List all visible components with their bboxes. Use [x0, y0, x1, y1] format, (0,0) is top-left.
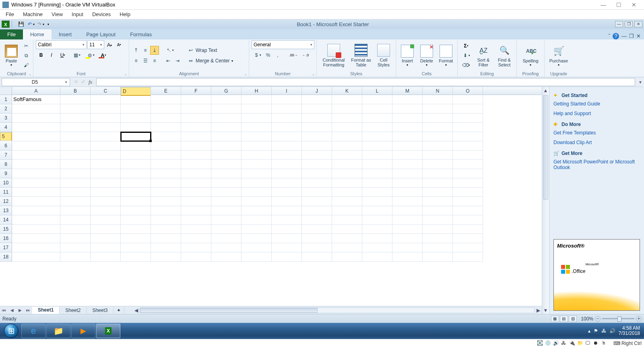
- cell-A4[interactable]: [12, 123, 60, 132]
- cell-H8[interactable]: [242, 160, 272, 169]
- italic-button[interactable]: I: [46, 51, 57, 60]
- cell-G9[interactable]: [211, 169, 242, 178]
- cell-E5[interactable]: [151, 132, 181, 141]
- cell-E10[interactable]: [151, 178, 181, 188]
- vbox-minimize-button[interactable]: —: [596, 2, 611, 8]
- excel-close-button[interactable]: ✕: [634, 21, 642, 27]
- cell-C4[interactable]: [91, 123, 121, 132]
- vbox-recording-icon[interactable]: ⏺: [593, 340, 600, 347]
- cell-J5[interactable]: [302, 132, 332, 141]
- cell-I18[interactable]: [272, 252, 302, 262]
- clear-button[interactable]: ⌫▾: [460, 61, 472, 70]
- cell-B16[interactable]: [60, 234, 91, 243]
- cell-L15[interactable]: [362, 225, 392, 234]
- cell-G3[interactable]: [211, 114, 242, 123]
- qat-customize-button[interactable]: ▾: [46, 21, 51, 28]
- sheet-nav-first[interactable]: ⏮: [0, 308, 8, 312]
- workbook-minimize-button[interactable]: —: [621, 33, 627, 39]
- cell-A17[interactable]: [12, 243, 60, 252]
- cell-B14[interactable]: [60, 215, 91, 225]
- number-format-select[interactable]: General▾: [252, 40, 314, 49]
- cell-O17[interactable]: [453, 243, 483, 252]
- insert-cells-button[interactable]: Insert▾: [398, 41, 416, 70]
- column-header-K[interactable]: K: [332, 87, 362, 95]
- decrease-decimal-button[interactable]: ←.0: [300, 51, 311, 60]
- column-header-H[interactable]: H: [242, 87, 272, 95]
- cell-O5[interactable]: [453, 132, 483, 141]
- conditional-formatting-button[interactable]: Conditional Formatting: [319, 41, 348, 70]
- cell-O1[interactable]: [453, 95, 483, 104]
- vbox-mouse-icon[interactable]: 🖱: [601, 340, 608, 347]
- column-header-G[interactable]: G: [211, 87, 242, 95]
- vbox-menu-file[interactable]: File: [2, 10, 18, 18]
- cell-E1[interactable]: [151, 95, 181, 104]
- cell-C1[interactable]: [91, 95, 121, 104]
- taskbar-explorer-button[interactable]: 📁: [46, 324, 70, 338]
- cell-H10[interactable]: [242, 178, 272, 188]
- cell-O7[interactable]: [453, 151, 483, 160]
- cell-J13[interactable]: [302, 206, 332, 215]
- cell-C15[interactable]: [91, 225, 121, 234]
- cell-E4[interactable]: [151, 123, 181, 132]
- cell-C13[interactable]: [91, 206, 121, 215]
- cell-L5[interactable]: [362, 132, 392, 141]
- increase-indent-button[interactable]: ⇥: [173, 56, 182, 65]
- cell-N1[interactable]: [423, 95, 453, 104]
- cell-N12[interactable]: [423, 197, 453, 206]
- comma-style-button[interactable]: ,: [273, 51, 282, 60]
- vscroll-up[interactable]: ▲: [542, 87, 549, 94]
- office-ad[interactable]: Microsoft® .OfficeMicrosoft®: [553, 239, 640, 311]
- cell-G6[interactable]: [211, 141, 242, 151]
- column-header-E[interactable]: E: [151, 87, 181, 95]
- cell-G17[interactable]: [211, 243, 242, 252]
- cell-M1[interactable]: [392, 95, 423, 104]
- cell-E9[interactable]: [151, 169, 181, 178]
- cell-C5[interactable]: [91, 132, 121, 141]
- sheet-nav-next[interactable]: ▶: [16, 308, 24, 312]
- sheet-tab-1[interactable]: Sheet1: [32, 307, 60, 314]
- align-left-button[interactable]: ≡: [132, 56, 140, 65]
- increase-font-size-button[interactable]: A▴: [105, 40, 114, 49]
- cell-E7[interactable]: [151, 151, 181, 160]
- vbox-maximize-button[interactable]: ☐: [611, 2, 626, 8]
- cell-G5[interactable]: [211, 132, 242, 141]
- cell-A13[interactable]: [12, 206, 60, 215]
- cell-M3[interactable]: [392, 114, 423, 123]
- format-painter-button[interactable]: 🖌: [22, 61, 31, 70]
- cell-K14[interactable]: [332, 215, 362, 225]
- cell-K10[interactable]: [332, 178, 362, 188]
- column-header-A[interactable]: A: [12, 87, 60, 95]
- column-header-O[interactable]: O: [453, 87, 483, 95]
- cell-J9[interactable]: [302, 169, 332, 178]
- cell-O13[interactable]: [453, 206, 483, 215]
- cell-J18[interactable]: [302, 252, 332, 262]
- cell-G12[interactable]: [211, 197, 242, 206]
- cell-K9[interactable]: [332, 169, 362, 178]
- worksheet-grid[interactable]: A B C D E F G H I J K L M N O 1SoftFamou…: [0, 87, 542, 314]
- cell-O6[interactable]: [453, 141, 483, 151]
- row-header-5[interactable]: 5: [0, 132, 12, 141]
- cell-N15[interactable]: [423, 225, 453, 234]
- format-as-table-button[interactable]: Format as Table: [350, 41, 372, 70]
- cell-F13[interactable]: [181, 206, 211, 215]
- zoom-level[interactable]: 100%: [581, 316, 593, 322]
- cell-N14[interactable]: [423, 215, 453, 225]
- cut-button[interactable]: ✂: [22, 41, 31, 50]
- column-header-M[interactable]: M: [392, 87, 423, 95]
- link-help-support[interactable]: Help and Support: [553, 111, 640, 116]
- cell-N16[interactable]: [423, 234, 453, 243]
- cell-H12[interactable]: [242, 197, 272, 206]
- zoom-in-button[interactable]: +: [636, 316, 642, 322]
- cell-B8[interactable]: [60, 160, 91, 169]
- cell-C11[interactable]: [91, 188, 121, 197]
- cell-C18[interactable]: [91, 252, 121, 262]
- cell-N18[interactable]: [423, 252, 453, 262]
- purchase-button[interactable]: 🛒Purchase▾: [547, 41, 570, 70]
- cell-E8[interactable]: [151, 160, 181, 169]
- cell-B12[interactable]: [60, 197, 91, 206]
- cell-F9[interactable]: [181, 169, 211, 178]
- cell-O4[interactable]: [453, 123, 483, 132]
- cell-I11[interactable]: [272, 188, 302, 197]
- cell-E17[interactable]: [151, 243, 181, 252]
- cell-K1[interactable]: [332, 95, 362, 104]
